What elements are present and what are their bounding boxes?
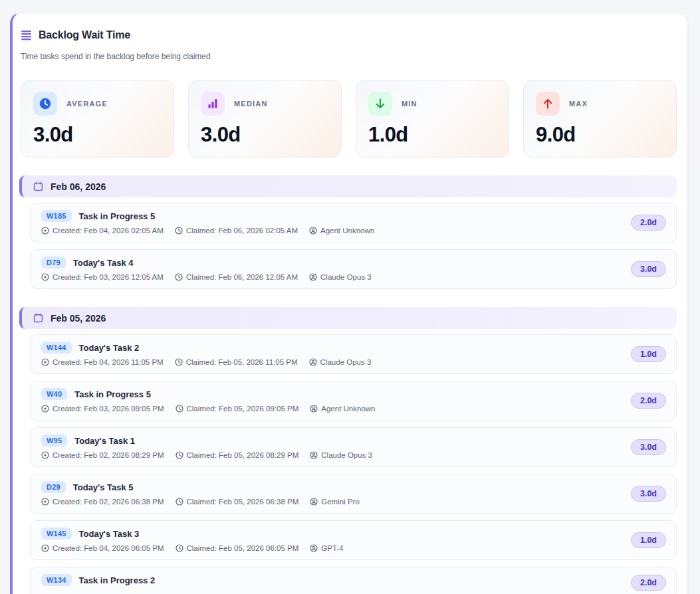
stat-label: MIN (402, 100, 417, 108)
agent-meta: Claude Opus 3 (309, 358, 372, 366)
task-row[interactable]: W95 Today's Task 1 Created: Feb 02, 2026… (30, 427, 677, 467)
date-section: Feb 05, 2026 W144 Today's Task 2 Created… (19, 307, 677, 594)
clock-icon (175, 273, 183, 281)
stats-grid: AVERAGE 3.0d MEDIAN 3.0d (19, 80, 677, 157)
claimed-meta: Claimed: Feb 05, 2026 09:05 PM (175, 405, 299, 413)
duration-badge: 2.0d (631, 393, 666, 409)
date-section: Feb 06, 2026 W185 Task in Progress 5 Cre… (19, 175, 677, 289)
stat-label: AVERAGE (66, 100, 108, 108)
agent-text: Agent Unknown (321, 405, 375, 413)
claimed-meta: Claimed: Feb 06, 2026 12:05 AM (175, 273, 298, 281)
user-circle-icon (310, 498, 318, 506)
sections-container: Feb 06, 2026 W185 Task in Progress 5 Cre… (19, 175, 677, 594)
user-circle-icon (310, 405, 318, 413)
created-text: Created: Feb 04, 2026 02:05 AM (53, 227, 164, 235)
task-title: Today's Task 5 (73, 482, 134, 492)
created-meta: Created: Feb 04, 2026 02:05 AM (41, 227, 164, 235)
claimed-text: Claimed: Feb 05, 2026 09:05 PM (187, 405, 299, 413)
task-id-badge: W185 (41, 210, 72, 222)
task-title: Task in Progress 2 (79, 575, 156, 585)
calendar-icon (33, 313, 43, 323)
duration-badge: 2.0d (631, 575, 666, 591)
claimed-meta: Claimed: Feb 05, 2026 06:38 PM (175, 498, 299, 506)
clock-icon (33, 92, 57, 116)
agent-text: Claude Opus 3 (320, 358, 372, 366)
task-title: Today's Task 2 (79, 343, 140, 353)
duration-badge: 1.0d (631, 346, 666, 362)
task-title: Task in Progress 5 (74, 389, 151, 399)
task-row[interactable]: W144 Today's Task 2 Created: Feb 04, 202… (30, 334, 677, 374)
page-subtitle: Time tasks spend in the backlog before b… (21, 52, 677, 61)
created-text: Created: Feb 02, 2026 08:29 PM (53, 451, 164, 459)
claimed-text: Claimed: Feb 06, 2026 02:05 AM (186, 227, 298, 235)
created-meta: Created: Feb 03, 2026 12:05 AM (41, 273, 164, 281)
target-icon (41, 544, 49, 552)
task-row[interactable]: W145 Today's Task 3 Created: Feb 04, 202… (30, 520, 677, 560)
agent-text: Agent Unknown (320, 227, 374, 235)
duration-badge: 3.0d (631, 261, 666, 277)
user-circle-icon (310, 544, 318, 552)
date-section-header: Feb 06, 2026 (19, 175, 677, 197)
user-circle-icon (310, 451, 318, 459)
agent-meta: Claude Opus 3 (309, 273, 372, 281)
task-id-badge: W95 (41, 435, 67, 446)
created-meta: Created: Feb 04, 2026 11:05 PM (41, 358, 164, 366)
created-meta: Created: Feb 03, 2026 09:05 PM (41, 405, 164, 413)
clock-icon (175, 405, 183, 413)
created-text: Created: Feb 02, 2026 06:38 PM (53, 498, 164, 506)
agent-meta: Agent Unknown (310, 405, 375, 413)
queue-list-icon (21, 30, 32, 41)
panel-header: Backlog Wait Time (19, 29, 677, 41)
duration-badge: 2.0d (631, 215, 666, 231)
task-title: Today's Task 4 (73, 258, 134, 268)
claimed-meta: Claimed: Feb 05, 2026 06:05 PM (175, 544, 299, 552)
stat-card-min: MIN 1.0d (356, 80, 509, 157)
calendar-icon (33, 181, 43, 191)
target-icon (41, 498, 49, 506)
task-row[interactable]: D79 Today's Task 4 Created: Feb 03, 2026… (30, 249, 677, 289)
stat-value: 1.0d (368, 124, 497, 146)
target-icon (41, 405, 49, 413)
task-row[interactable]: W40 Task in Progress 5 Created: Feb 03, … (30, 381, 677, 421)
claimed-text: Claimed: Feb 05, 2026 06:38 PM (187, 498, 299, 506)
task-id-badge: W145 (41, 528, 72, 540)
task-title: Task in Progress 5 (79, 211, 156, 221)
clock-icon (175, 498, 183, 506)
created-text: Created: Feb 03, 2026 09:05 PM (53, 405, 164, 413)
created-meta: Created: Feb 04, 2026 06:05 PM (41, 544, 164, 552)
stat-card-average: AVERAGE 3.0d (21, 80, 174, 157)
clock-icon (175, 227, 183, 235)
backlog-wait-time-panel: Backlog Wait Time Time tasks spend in th… (10, 13, 688, 594)
clock-icon (175, 544, 183, 552)
agent-text: Claude Opus 3 (320, 273, 372, 281)
duration-badge: 3.0d (631, 439, 666, 455)
stat-label: MEDIAN (234, 100, 268, 108)
claimed-text: Claimed: Feb 06, 2026 12:05 AM (186, 273, 298, 281)
bar-chart-icon (201, 92, 225, 116)
claimed-meta: Claimed: Feb 05, 2026 11:05 PM (175, 358, 298, 366)
stat-label: MAX (569, 100, 588, 108)
task-list: W144 Today's Task 2 Created: Feb 04, 202… (30, 334, 677, 594)
task-list: W185 Task in Progress 5 Created: Feb 04,… (30, 203, 677, 289)
target-icon (41, 358, 49, 366)
task-row[interactable]: D29 Today's Task 5 Created: Feb 02, 2026… (30, 474, 677, 514)
date-label: Feb 06, 2026 (51, 181, 106, 192)
agent-meta: Gemini Pro (310, 498, 360, 506)
stat-value: 9.0d (536, 124, 664, 146)
stat-value: 3.0d (201, 124, 329, 146)
duration-badge: 1.0d (631, 532, 666, 548)
user-circle-icon (309, 273, 317, 281)
task-id-badge: W134 (41, 574, 72, 586)
stat-value: 3.0d (33, 124, 162, 146)
agent-meta: Claude Opus 3 (310, 451, 372, 459)
task-id-badge: W144 (41, 342, 72, 353)
clock-icon (175, 451, 183, 459)
duration-badge: 3.0d (631, 486, 666, 502)
claimed-meta: Claimed: Feb 06, 2026 02:05 AM (175, 227, 298, 235)
created-meta: Created: Feb 02, 2026 06:38 PM (41, 498, 164, 506)
task-row[interactable]: W134 Task in Progress 2 2.0d (30, 567, 677, 594)
target-icon (41, 451, 49, 459)
date-label: Feb 05, 2026 (51, 313, 106, 324)
stat-card-median: MEDIAN 3.0d (188, 80, 342, 157)
task-row[interactable]: W185 Task in Progress 5 Created: Feb 04,… (30, 203, 677, 243)
